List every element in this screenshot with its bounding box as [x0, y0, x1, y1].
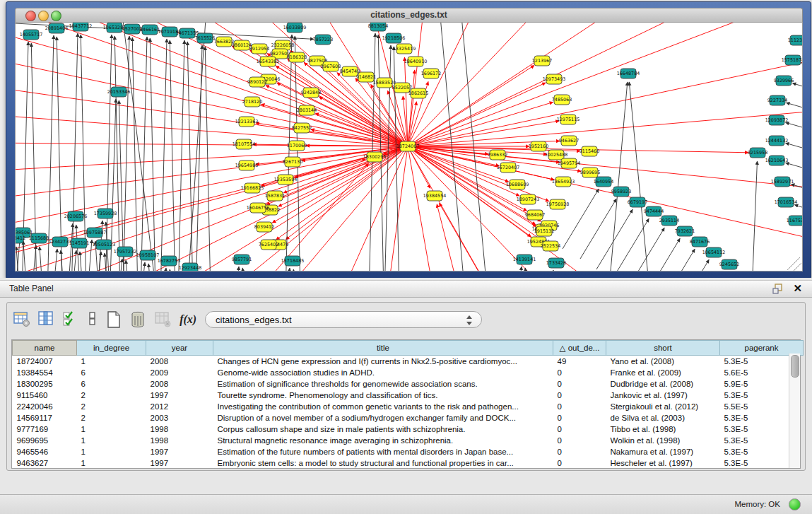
table-row[interactable]: 1872400712008Changes of HCN gene express… — [13, 356, 804, 368]
table-cell[interactable]: Disruption of a novel member of a sodium… — [213, 412, 553, 424]
network-node[interactable]: 10654112 — [702, 247, 726, 257]
table-cell[interactable]: Embryonic stem cells: a model to study s… — [213, 457, 553, 469]
table-cell[interactable]: 22420046 — [13, 401, 77, 412]
table-cell[interactable]: Genome-wide association studies in ADHD. — [213, 367, 553, 378]
network-node[interactable]: 18107554 — [233, 139, 256, 149]
table-scrollbar[interactable] — [789, 354, 800, 468]
table-cell[interactable]: 2 — [77, 401, 146, 412]
table-cell[interactable]: 1 — [77, 435, 146, 446]
network-node[interactable]: 1112304 — [788, 35, 803, 45]
network-node[interactable]: 8466161 — [140, 25, 160, 35]
network-node[interactable]: 19437712 — [69, 23, 93, 31]
network-node[interactable]: 9245652 — [719, 259, 739, 269]
table-cell[interactable]: Structural magnetic resonance image aver… — [213, 435, 553, 446]
network-node[interactable]: 9242848 — [301, 88, 321, 98]
table-cell[interactable]: 0 — [553, 378, 606, 390]
network-node[interactable]: 10958107 — [136, 250, 160, 260]
column-header-title[interactable]: title — [213, 341, 553, 356]
table-cell[interactable]: Yano et al. (2008) — [606, 356, 720, 368]
network-node[interactable]: 8958923 — [611, 187, 631, 197]
table-cell[interactable]: 9777169 — [13, 424, 77, 435]
table-row[interactable]: 1830029562008Estimation of significance … — [13, 378, 804, 390]
network-node[interactable]: 2967608 — [321, 62, 341, 71]
table-cell[interactable]: 6 — [77, 378, 146, 390]
table-row[interactable]: 911546021997Tourette syndrome. Phenomeno… — [13, 390, 804, 401]
table-cell[interactable]: Tourette syndrome. Phenomenology and cla… — [213, 390, 553, 401]
network-node[interactable]: 13325419 — [393, 44, 416, 54]
network-node[interactable]: 20206576 — [64, 211, 88, 221]
network-node[interactable]: 9115460 — [579, 146, 599, 156]
network-node[interactable]: 9857791 — [232, 255, 252, 264]
table-cell[interactable]: Dudbridge et al. (2008) — [606, 378, 720, 390]
network-node[interactable]: 2935114 — [659, 216, 679, 226]
table-cell[interactable]: de Silva et al. (2003) — [606, 412, 720, 424]
window-titlebar[interactable]: citations_edges.txt — [15, 8, 803, 23]
network-node[interactable]: 9684067 — [525, 210, 545, 220]
network-node[interactable]: 19218506 — [382, 33, 406, 43]
table-cell[interactable]: 0 — [553, 390, 606, 401]
network-node[interactable]: 8267130 — [283, 157, 302, 167]
table-cell[interactable]: 18300295 — [13, 378, 77, 390]
network-node[interactable]: 8427552 — [292, 123, 312, 133]
table-cell[interactable]: 0 — [553, 435, 606, 446]
table-cell[interactable]: 14569117 — [13, 412, 77, 424]
network-node[interactable]: 12923448 — [179, 263, 202, 271]
network-node[interactable]: 1915132 — [534, 226, 554, 236]
table-scrollbar-thumb[interactable] — [791, 355, 799, 378]
network-node[interactable]: 7485063 — [552, 95, 572, 105]
network-node[interactable]: 20153346 — [107, 87, 131, 97]
network-node[interactable]: 1862615 — [408, 88, 428, 98]
network-node[interactable]: 10688609 — [506, 180, 529, 189]
table-settings-icon[interactable] — [13, 310, 34, 331]
network-node[interactable]: 19384554 — [423, 191, 447, 201]
memory-ok-indicator[interactable] — [789, 498, 801, 510]
table-row[interactable]: 1456911722003Disruption of a novel membe… — [13, 412, 804, 424]
table-cell[interactable]: Wolkin et al. (1998) — [606, 435, 720, 446]
network-node[interactable]: 17016534 — [775, 197, 798, 207]
network-node[interactable]: 17957232 — [114, 247, 137, 257]
network-node[interactable]: 13654923 — [552, 177, 575, 187]
table-cell[interactable]: Stergiakouli et al. (2012) — [606, 401, 720, 412]
network-node[interactable]: 8912954 — [249, 44, 269, 54]
select-all-icon[interactable] — [61, 310, 83, 331]
network-node[interactable]: 7932621 — [675, 226, 695, 236]
network-node[interactable]: 10973493 — [543, 74, 566, 84]
table-cell[interactable]: 9465546 — [13, 446, 77, 457]
table-cell[interactable]: 0 — [553, 457, 606, 469]
network-node[interactable]: 19654985 — [235, 160, 259, 170]
table-cell[interactable]: 9463627 — [13, 457, 77, 469]
network-node[interactable]: 1145191 — [69, 238, 89, 248]
network-node[interactable]: 8186328 — [287, 52, 307, 62]
network-node[interactable]: 9329966 — [774, 76, 794, 86]
column-header-out-degree[interactable]: △ out_de... — [553, 341, 606, 356]
table-cell[interactable]: 1997 — [146, 446, 213, 457]
network-node[interactable]: 12093872 — [765, 115, 789, 125]
network-node[interactable]: 7857223 — [313, 35, 333, 45]
network-node[interactable]: 1696172 — [421, 69, 441, 78]
network-node[interactable]: 8813054 — [368, 23, 388, 31]
network-node[interactable]: 1733426 — [546, 258, 566, 268]
table-cell[interactable]: 0 — [553, 367, 606, 378]
network-node[interactable]: 14139141 — [513, 255, 536, 264]
network-node[interactable]: 2522534 — [541, 241, 560, 251]
table-cell[interactable]: Tibbo et al. (1998) — [606, 424, 720, 435]
network-node[interactable]: 7986332 — [488, 150, 507, 160]
table-cell[interactable]: Estimation of the future numbers of pati… — [213, 446, 553, 457]
network-node[interactable]: 6679197 — [628, 197, 647, 207]
table-cell[interactable]: 0 — [553, 412, 606, 424]
network-node[interactable]: 9474444 — [644, 206, 664, 216]
table-cell[interactable]: 1997 — [146, 390, 213, 401]
network-node[interactable]: 9899695 — [580, 168, 600, 177]
network-node[interactable]: 15892971 — [771, 177, 794, 187]
table-cell[interactable]: 2 — [77, 390, 146, 401]
table-cell[interactable]: 9699695 — [13, 435, 77, 446]
column-header-short[interactable]: short — [606, 341, 720, 356]
table-cell[interactable]: 1 — [77, 356, 146, 368]
table-cell[interactable]: 6 — [77, 367, 146, 378]
table-cell[interactable]: Changes of HCN gene expression and I(f) … — [213, 356, 553, 368]
table-cell[interactable]: Investigating the contribution of common… — [213, 401, 553, 412]
table-cell[interactable]: 49 — [553, 356, 606, 368]
network-node[interactable]: 7625402 — [259, 240, 278, 250]
network-canvas[interactable]: 1405571720891406194377121065328715270028… — [16, 23, 803, 271]
table-row[interactable]: 969969511998Structural magnetic resonanc… — [13, 435, 804, 446]
